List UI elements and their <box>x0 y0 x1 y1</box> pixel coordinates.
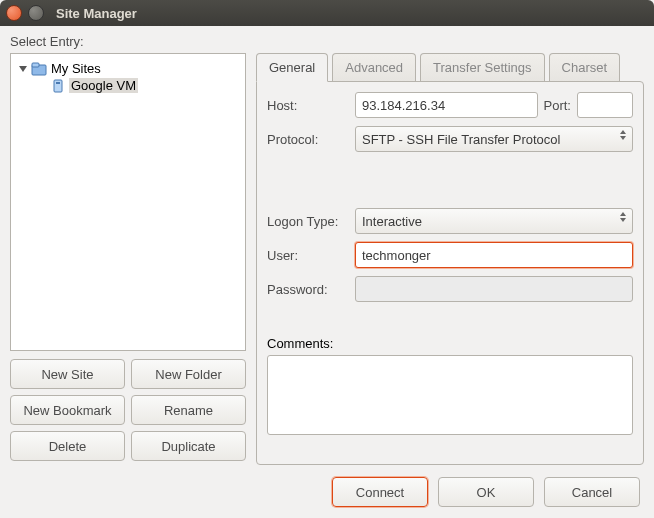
folder-icon <box>31 62 47 76</box>
logon-type-label: Logon Type: <box>267 214 349 229</box>
comments-label: Comments: <box>267 336 333 351</box>
user-label: User: <box>267 248 349 263</box>
delete-button[interactable]: Delete <box>10 431 125 461</box>
tab-transfer-settings[interactable]: Transfer Settings <box>420 53 545 81</box>
ok-button[interactable]: OK <box>438 477 534 507</box>
user-input[interactable] <box>355 242 633 268</box>
close-icon[interactable] <box>6 5 22 21</box>
protocol-value: SFTP - SSH File Transfer Protocol <box>362 132 560 147</box>
protocol-select[interactable]: SFTP - SSH File Transfer Protocol <box>355 126 633 152</box>
tree-item-google-vm[interactable]: Google VM <box>49 77 241 94</box>
svg-rect-2 <box>54 80 62 92</box>
logon-type-value: Interactive <box>362 214 422 229</box>
port-input[interactable] <box>577 92 633 118</box>
tab-advanced[interactable]: Advanced <box>332 53 416 81</box>
tab-charset[interactable]: Charset <box>549 53 621 81</box>
connect-button[interactable]: Connect <box>332 477 428 507</box>
tab-panel-general: Host: Port: Protocol: SFTP - SSH File Tr… <box>256 81 644 465</box>
titlebar: Site Manager <box>0 0 654 26</box>
select-entry-label: Select Entry: <box>10 34 644 49</box>
password-input <box>355 276 633 302</box>
new-site-button[interactable]: New Site <box>10 359 125 389</box>
svg-rect-1 <box>32 63 39 67</box>
tree-root-label: My Sites <box>51 61 101 76</box>
cancel-button[interactable]: Cancel <box>544 477 640 507</box>
duplicate-button[interactable]: Duplicate <box>131 431 246 461</box>
spinner-icon <box>620 130 626 140</box>
tab-general[interactable]: General <box>256 53 328 82</box>
password-label: Password: <box>267 282 349 297</box>
window-title: Site Manager <box>56 6 137 21</box>
tab-bar: General Advanced Transfer Settings Chars… <box>256 53 644 81</box>
comments-textarea[interactable] <box>267 355 633 435</box>
new-bookmark-button[interactable]: New Bookmark <box>10 395 125 425</box>
logon-type-select[interactable]: Interactive <box>355 208 633 234</box>
svg-rect-3 <box>56 82 60 84</box>
port-label: Port: <box>544 98 571 113</box>
tree-item-label: Google VM <box>69 78 138 93</box>
new-folder-button[interactable]: New Folder <box>131 359 246 389</box>
chevron-down-icon[interactable] <box>19 66 27 72</box>
rename-button[interactable]: Rename <box>131 395 246 425</box>
entry-tree[interactable]: My Sites Google VM <box>10 53 246 351</box>
host-input[interactable] <box>355 92 538 118</box>
server-icon <box>51 79 65 93</box>
tree-root-row[interactable]: My Sites <box>15 60 241 77</box>
protocol-label: Protocol: <box>267 132 349 147</box>
host-label: Host: <box>267 98 349 113</box>
spinner-icon <box>620 212 626 222</box>
minimize-icon[interactable] <box>28 5 44 21</box>
